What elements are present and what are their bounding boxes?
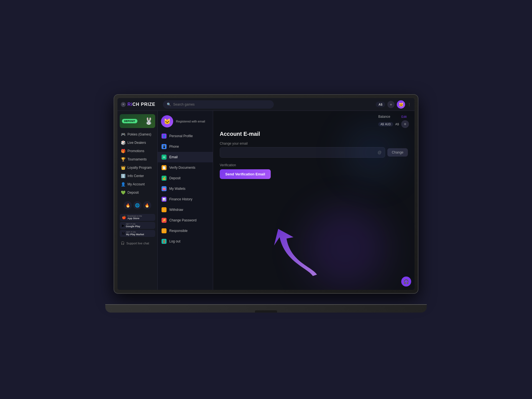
sidebar-item-label: Live Dealers (127, 141, 146, 145)
deposit-plus-button[interactable]: + (401, 120, 409, 128)
search-bar[interactable]: 🔍 (163, 100, 274, 109)
change-email-button[interactable]: Change (387, 148, 408, 157)
logo-area: ✕ RiCH PRIZE (121, 102, 160, 107)
logo: RiCH PRIZE (127, 102, 155, 107)
top-bar: ✕ RiCH PRIZE 🔍 A$ + 🐱 ⋮ (117, 98, 415, 111)
edit-link[interactable]: Edit (401, 115, 407, 118)
finance-icon: 📊 (162, 197, 167, 202)
balance-label-row: Balance Edit (378, 115, 409, 119)
middle-panel: 🐱 Registered with email 👤 Personal Profi… (158, 111, 213, 290)
mid-nav-finance-history[interactable]: 📊 Finance History (158, 194, 213, 204)
mid-nav-verify-docs[interactable]: 📄 Verify Documents (158, 162, 213, 173)
account-header: Balance Edit A$ AUD A$ + (213, 111, 415, 131)
google-play-badge[interactable]: ▶ GET IT ON Google Play (120, 222, 155, 229)
support-chat-link[interactable]: 🎧 Support live chat (117, 239, 157, 247)
app-store-badges: 🍎 Download on the App Store ▶ GET IT ON (117, 212, 157, 239)
sidebar-item-tournaments[interactable]: 🏆 Tournaments (117, 155, 157, 163)
logout-icon: 🚪 (162, 239, 167, 244)
banner-deposit-button[interactable]: DEPOSIT (122, 119, 137, 123)
mid-nav-responsible[interactable]: 🛡 Responsible (158, 226, 213, 236)
apple-icon: 🍎 (122, 216, 126, 219)
app-store-badge[interactable]: 🍎 Download on the App Store (120, 214, 155, 221)
hot-icon-btn[interactable]: 🔥 (143, 201, 151, 209)
avatar[interactable]: 🐱 (397, 100, 405, 109)
info-icon: ℹ️ (121, 174, 125, 178)
email-input-wrapper[interactable]: @ (220, 147, 385, 158)
play-market-badge[interactable]: M GET IT ON My Play Market (120, 230, 155, 237)
sidebar-item-live-dealers[interactable]: 🎲 Live Dealers (117, 139, 157, 147)
sidebar-icons-row: 🔥 🌐 🔥 (120, 199, 155, 212)
top-bar-right: A$ + 🐱 ⋮ (376, 100, 411, 109)
email-icon: ✉ (162, 155, 167, 160)
loyalty-icon: 👑 (121, 165, 125, 170)
sidebar-item-label: Promotions (127, 149, 144, 153)
headphones-icon: 🎧 (121, 241, 125, 245)
sidebar-item-info[interactable]: ℹ️ Info Center (117, 172, 157, 180)
mid-nav-change-password[interactable]: 🔑 Change Password (158, 215, 213, 226)
email-field[interactable] (223, 150, 378, 155)
sidebar-item-label: My Account (127, 182, 145, 186)
sidebar-item-label: Info Center (127, 174, 144, 178)
play-market-text: GET IT ON My Play Market (126, 231, 144, 236)
sidebar-item-label: Pokies (Games) (127, 132, 151, 136)
fire-icon-btn[interactable]: 🔥 (124, 201, 132, 209)
user-info: Registered with email (176, 120, 205, 123)
currency-flag: A$ AUD (378, 122, 393, 126)
close-button[interactable]: ✕ (121, 102, 126, 107)
balance-label: Balance (378, 115, 390, 119)
sidebar-item-label: Loyalty Program (127, 166, 152, 170)
search-input[interactable] (173, 103, 270, 106)
search-icon: 🔍 (167, 103, 171, 106)
mid-nav-phone[interactable]: 📱 Phone (158, 141, 213, 152)
withdraw-icon: ↩ (162, 207, 167, 212)
support-float-button[interactable]: 🎧 (401, 277, 411, 287)
responsible-icon: 🛡 (162, 228, 167, 233)
mid-nav-email[interactable]: ✉ Email (158, 152, 213, 162)
sidebar-item-label: Deposit (127, 191, 139, 195)
sidebar-item-label: Tournaments (127, 157, 147, 161)
section-title: Account E-mail (220, 131, 408, 137)
menu-dots[interactable]: ⋮ (407, 102, 411, 107)
sidebar-item-my-account[interactable]: 👤 My Account (117, 180, 157, 188)
account-icon: 👤 (121, 182, 125, 186)
deposit-icon: 💚 (121, 190, 125, 195)
play-market-icon: M (122, 232, 125, 236)
verification-label: Verification (220, 163, 408, 167)
balance-amount: A$ (395, 122, 399, 126)
google-play-icon: ▶ (122, 224, 124, 227)
send-verification-button[interactable]: Send Verification Email (220, 169, 271, 179)
mid-nav-withdraw[interactable]: ↩ Withdraw (158, 204, 213, 215)
plus-button[interactable]: + (387, 101, 395, 108)
deposit-mid-icon: 💰 (162, 176, 167, 181)
globe-icon-btn[interactable]: 🌐 (133, 201, 142, 209)
sidebar-item-promotions[interactable]: 🎁 Promotions (117, 147, 157, 155)
main-content: DEPOSIT 🐰 🎮 Pokies (Games) 🎲 Live Dealer… (117, 111, 415, 290)
user-avatar: 🐱 (161, 115, 173, 127)
sidebar-banner[interactable]: DEPOSIT 🐰 (120, 114, 155, 128)
email-input-row: @ Change (220, 147, 408, 158)
app-store-text: Download on the App Store (127, 215, 142, 220)
main-panel: Balance Edit A$ AUD A$ + (213, 111, 415, 290)
currency-badge[interactable]: A$ (376, 102, 385, 107)
mid-nav-log-out[interactable]: 🚪 Log out (158, 236, 213, 247)
at-icon: @ (378, 150, 382, 155)
banner-rabbit-icon: 🐰 (145, 117, 153, 125)
left-sidebar: DEPOSIT 🐰 🎮 Pokies (Games) 🎲 Live Dealer… (117, 111, 158, 290)
sidebar-item-pokies[interactable]: 🎮 Pokies (Games) (117, 130, 157, 139)
mid-nav-deposit[interactable]: 💰 Deposit (158, 173, 213, 183)
wallets-icon: 👛 (162, 186, 167, 191)
phone-icon: 📱 (162, 144, 167, 149)
user-profile-header: 🐱 Registered with email (158, 111, 213, 131)
mid-nav-personal-profile[interactable]: 👤 Personal Profile (158, 131, 213, 141)
sidebar-item-loyalty[interactable]: 👑 Loyalty Program (117, 163, 157, 172)
pokies-icon: 🎮 (121, 132, 125, 137)
change-email-label: Change your email (220, 142, 408, 145)
live-dealers-icon: 🎲 (121, 140, 125, 145)
sidebar-item-deposit[interactable]: 💚 Deposit (117, 188, 157, 197)
balance-row: A$ AUD A$ + (378, 120, 409, 128)
currency-name: AUD (385, 123, 391, 126)
promotions-icon: 🎁 (121, 149, 125, 153)
password-icon: 🔑 (162, 218, 167, 223)
mid-nav-my-wallets[interactable]: 👛 My Wallets (158, 183, 213, 194)
account-email-section: Account E-mail Change your email @ Chang… (213, 131, 415, 290)
